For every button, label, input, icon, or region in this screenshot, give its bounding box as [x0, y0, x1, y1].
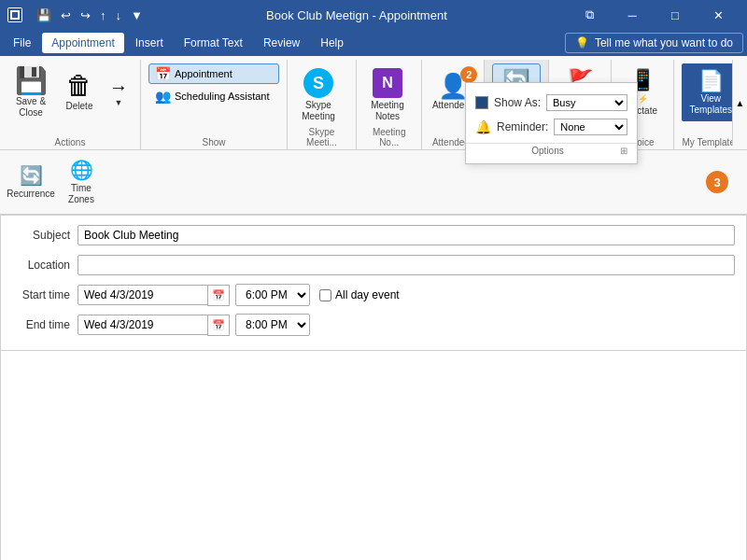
restore-button[interactable]: ⧉: [568, 0, 611, 30]
subject-label: Subject: [12, 229, 78, 242]
start-time-label: Start time: [12, 288, 78, 301]
appointment-small-icon: 📅: [155, 66, 171, 81]
ribbon-scroll-button[interactable]: ▲: [732, 60, 747, 146]
start-time-select[interactable]: 6:00 PM: [235, 284, 310, 306]
redo-quick-icon[interactable]: ↪: [78, 8, 93, 22]
start-time-row: Start time 📅 6:00 PM All day event: [12, 283, 735, 307]
menu-appointment[interactable]: Appointment: [42, 33, 123, 53]
step-3-badge: 3: [706, 171, 728, 193]
location-label: Location: [12, 259, 78, 272]
show-buttons: 📅 Appointment 👥 Scheduling Assistant: [148, 60, 279, 137]
skype-group-label: Skype Meeti...: [295, 127, 348, 149]
app-icon: [7, 7, 22, 22]
svg-rect-2: [12, 12, 18, 18]
quick-access-toolbar: 💾 ↩ ↪ ↑ ↓ ▼: [34, 8, 146, 22]
scheduling-label: Scheduling Assistant: [175, 91, 270, 102]
menu-format-text[interactable]: Format Text: [175, 33, 252, 53]
show-group-label: Show: [148, 137, 279, 149]
bell-icon: 🔔: [475, 119, 491, 134]
menu-insert[interactable]: Insert: [126, 33, 173, 53]
save-close-button[interactable]: 💾 Save &Close: [7, 63, 54, 123]
view-templates-button[interactable]: 📄 ViewTemplates: [682, 63, 740, 121]
undo-quick-icon[interactable]: ↩: [58, 8, 74, 22]
meeting-notes-buttons: N MeetingNotes: [364, 60, 411, 127]
subject-input[interactable]: [78, 225, 735, 245]
attendees-badge: 2: [460, 66, 477, 83]
delete-button[interactable]: 🗑 Delete: [56, 63, 103, 121]
reminder-label: Reminder:: [497, 120, 548, 133]
appointment-show-button[interactable]: 📅 Appointment: [148, 63, 279, 84]
my-templates-buttons: 📄 ViewTemplates: [682, 60, 740, 137]
meeting-notes-label: MeetingNotes: [371, 100, 404, 122]
delete-label: Delete: [66, 101, 93, 112]
options-popup: Show As: Busy 🔔 Reminder: None Options ⊞: [465, 82, 638, 164]
forward-icon: →: [109, 77, 128, 96]
show-as-label: Show As:: [494, 96, 541, 109]
location-row: Location: [12, 253, 735, 277]
end-time-label: End time: [12, 318, 78, 331]
start-date-calendar-button[interactable]: 📅: [207, 285, 230, 306]
skype-meeting-button[interactable]: S SkypeMeeting: [295, 63, 342, 127]
show-small-group: 📅 Appointment 👥 Scheduling Assistant: [148, 63, 279, 106]
title-bar-left: 💾 ↩ ↪ ↑ ↓ ▼: [7, 7, 146, 22]
view-templates-icon: 📄: [698, 69, 724, 93]
end-time-select[interactable]: 8:00 PM: [235, 314, 310, 336]
window-controls: ⧉ ─ □ ✕: [568, 0, 740, 30]
meeting-notes-group-label: Meeting No...: [364, 127, 414, 149]
forward-label: ▼: [115, 98, 123, 108]
actions-group-label: Actions: [7, 137, 133, 149]
menu-review[interactable]: Review: [254, 33, 309, 53]
start-date-input[interactable]: [78, 285, 208, 305]
tell-me-label: Tell me what you want to do: [595, 36, 733, 49]
scheduling-icon: 👥: [155, 89, 171, 104]
options-footer: Options ⊞: [466, 143, 637, 160]
end-time-row: End time 📅 8:00 PM: [12, 313, 735, 337]
reminder-select[interactable]: None: [554, 119, 627, 135]
body-area[interactable]: [0, 351, 747, 560]
save-quick-icon[interactable]: 💾: [34, 8, 54, 22]
menu-help[interactable]: Help: [311, 33, 353, 53]
delete-icon: 🗑: [66, 73, 92, 99]
forward-button[interactable]: → ▼: [105, 63, 133, 121]
download-quick-icon[interactable]: ↓: [113, 8, 125, 22]
recurrence-label: Recurrence: [7, 189, 55, 200]
maximize-button[interactable]: □: [654, 0, 697, 30]
view-templates-label: ViewTemplates: [689, 93, 732, 116]
location-input[interactable]: [78, 255, 735, 275]
skype-meeting-label: SkypeMeeting: [302, 100, 335, 122]
menu-bar: File Appointment Insert Format Text Revi…: [0, 30, 747, 56]
recurrence-button[interactable]: 🔄 Recurrence: [7, 160, 54, 204]
meeting-notes-button[interactable]: N MeetingNotes: [364, 63, 411, 127]
ribbon-group-meeting-notes: N MeetingNotes Meeting No...: [357, 60, 422, 149]
upload-quick-icon[interactable]: ↑: [97, 8, 109, 22]
menu-file[interactable]: File: [4, 33, 40, 53]
end-date-calendar-button[interactable]: 📅: [207, 315, 230, 336]
skype-buttons: S SkypeMeeting: [295, 60, 342, 127]
customize-quick-icon[interactable]: ▼: [128, 8, 146, 22]
scheduling-assistant-button[interactable]: 👥 Scheduling Assistant: [148, 86, 279, 106]
tell-me-search[interactable]: 💡 Tell me what you want to do: [565, 33, 743, 53]
my-templates-group-label: My Templates: [682, 137, 740, 149]
recurrence-icon: 🔄: [20, 164, 43, 187]
ribbon-group-show: 📅 Appointment 👥 Scheduling Assistant Sho…: [141, 60, 288, 149]
time-zones-icon: 🌐: [70, 159, 93, 181]
time-zones-button[interactable]: 🌐 Time Zones: [58, 154, 105, 210]
show-as-select[interactable]: Busy: [546, 94, 627, 111]
options-footer-label: Options: [475, 146, 620, 156]
end-date-input[interactable]: [78, 315, 208, 335]
minimize-button[interactable]: ─: [611, 0, 654, 30]
time-zones-label: Time Zones: [61, 183, 102, 205]
ribbon-group-skype: S SkypeMeeting Skype Meeti...: [288, 60, 357, 149]
save-close-icon: 💾: [15, 68, 48, 94]
close-button[interactable]: ✕: [697, 0, 740, 30]
all-day-checkbox[interactable]: [319, 289, 331, 301]
title-bar: 💾 ↩ ↪ ↑ ↓ ▼ Book Club Meetign - Appointm…: [0, 0, 747, 30]
form-area: Subject Location Start time 📅 6:00 PM Al…: [0, 215, 747, 351]
lightbulb-icon: 💡: [575, 36, 589, 49]
all-day-label: All day event: [335, 288, 400, 301]
window-title: Book Club Meetign - Appointment: [146, 8, 568, 22]
show-as-row: Show As: Busy: [466, 91, 637, 115]
reminder-row: 🔔 Reminder: None: [466, 115, 637, 139]
options-expand-icon[interactable]: ⊞: [620, 146, 627, 156]
onenote-icon: N: [373, 68, 402, 98]
